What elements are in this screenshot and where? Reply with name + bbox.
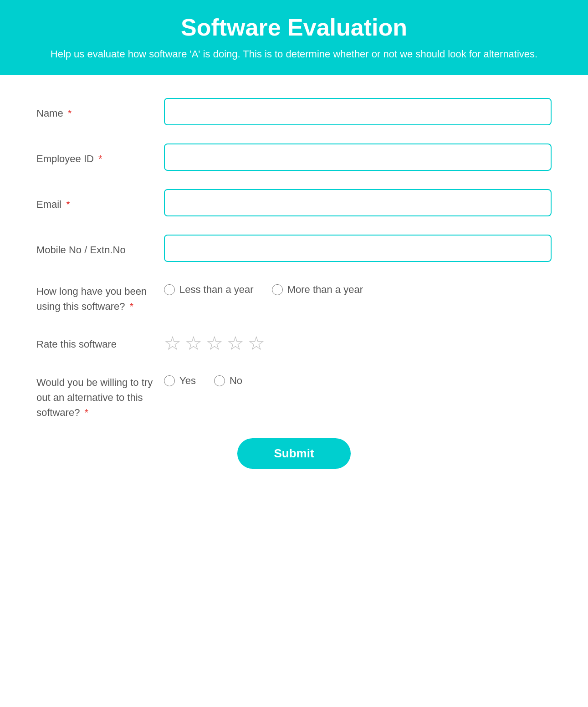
star-2[interactable]: ☆ [185, 334, 202, 353]
star-4[interactable]: ☆ [227, 334, 244, 353]
star-1[interactable]: ☆ [164, 334, 181, 353]
usage-question-row: How long have you been using this softwa… [36, 280, 552, 314]
email-field-row: Email * [36, 189, 552, 216]
usage-question-label: How long have you been using this softwa… [36, 280, 164, 314]
star-rating-group: ☆ ☆ ☆ ☆ ☆ [164, 332, 265, 353]
less-than-year-option[interactable]: Less than a year [164, 284, 254, 296]
mobile-field-row: Mobile No / Extn.No [36, 235, 552, 262]
employee-id-label: Employee ID * [36, 149, 164, 165]
name-field-row: Name * [36, 98, 552, 125]
less-than-year-radio[interactable] [164, 284, 175, 295]
header-section: Software Evaluation Help us evaluate how… [0, 0, 588, 75]
mobile-label: Mobile No / Extn.No [36, 241, 164, 256]
usage-required-star: * [130, 301, 134, 312]
star-3[interactable]: ☆ [206, 334, 223, 353]
more-than-year-radio[interactable] [272, 284, 283, 295]
employee-id-required-star: * [98, 153, 102, 164]
name-required-star: * [68, 108, 72, 119]
email-required-star: * [66, 199, 70, 210]
submit-row: Submit [36, 438, 552, 469]
page-subtitle: Help us evaluate how software 'A' is doi… [18, 46, 570, 61]
less-than-year-label: Less than a year [179, 284, 254, 296]
alternative-question-label: Would you be willing to try out an alter… [36, 371, 164, 420]
mobile-input[interactable] [164, 235, 552, 262]
no-option[interactable]: No [214, 375, 242, 387]
more-than-year-label: More than a year [287, 284, 363, 296]
employee-id-input[interactable] [164, 143, 552, 171]
yes-radio[interactable] [164, 375, 175, 386]
usage-radio-group: Less than a year More than a year [164, 280, 363, 296]
yes-label: Yes [179, 375, 196, 387]
rating-label: Rate this software [36, 335, 164, 350]
no-radio[interactable] [214, 375, 225, 386]
form-container: Name * Employee ID * Email * Mobile No /… [0, 75, 588, 496]
alternative-radio-group: Yes No [164, 371, 242, 387]
name-input[interactable] [164, 98, 552, 125]
star-5[interactable]: ☆ [248, 334, 265, 353]
name-label: Name * [36, 104, 164, 119]
yes-option[interactable]: Yes [164, 375, 196, 387]
submit-button[interactable]: Submit [237, 438, 350, 469]
no-label: No [230, 375, 242, 387]
email-label: Email * [36, 195, 164, 210]
more-than-year-option[interactable]: More than a year [272, 284, 363, 296]
page-title: Software Evaluation [18, 14, 570, 41]
rating-row: Rate this software ☆ ☆ ☆ ☆ ☆ [36, 332, 552, 353]
alternative-required-star: * [85, 407, 89, 418]
email-input[interactable] [164, 189, 552, 216]
employee-id-field-row: Employee ID * [36, 143, 552, 171]
alternative-question-row: Would you be willing to try out an alter… [36, 371, 552, 420]
